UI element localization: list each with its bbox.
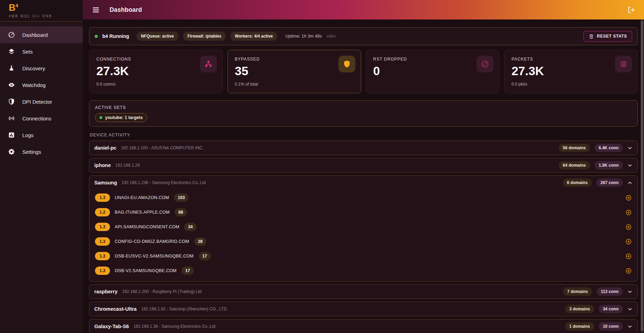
- eye-icon: [8, 81, 15, 88]
- domain-entry-row: 1.3OSB-EUSVC-V2.SAMSUNGQBE.COM17: [94, 249, 633, 263]
- page-title: Dashboard: [110, 6, 142, 14]
- domain-label: API.SAMSUNGCONSENT.COM: [115, 224, 180, 229]
- logout-icon[interactable]: [627, 6, 635, 14]
- domain-entry-row: 1.3OSB-V2.SAMSUNGQBE.COM17: [94, 263, 633, 278]
- device-info: 192.168.1.100 - ASUSTek COMPUTER INC.: [121, 145, 204, 150]
- main-area: Dashboard b4 Running NFQueue: activeFire…: [83, 0, 644, 333]
- active-sets-pills: youtube: 1 targets: [95, 110, 632, 122]
- trash-icon: [589, 34, 594, 39]
- sidebar-item-label: DPI Detector: [22, 99, 52, 105]
- logo-letter: B: [9, 2, 16, 13]
- stat-card-bypassed: BYPASSED350.1% of total: [228, 50, 361, 93]
- domain-label: OSB-EUSVC-V2.SAMSUNGQBE.COM: [115, 254, 194, 259]
- device-card: Samsung192.168.1.236 - Samsung Electroni…: [89, 175, 638, 282]
- device-name: daniel-pc: [94, 145, 117, 151]
- domain-conn-count-badge: 17: [199, 252, 211, 260]
- broadcast-icon: [8, 115, 15, 122]
- app-logo: B4: [9, 3, 83, 13]
- device-info: 192.168.1.236 - Samsung Electronics Co.,…: [121, 180, 206, 185]
- domain-conn-count-badge: 28: [194, 237, 206, 246]
- hamburger-menu-icon[interactable]: [92, 6, 100, 14]
- device-row[interactable]: Samsung192.168.1.236 - Samsung Electroni…: [89, 176, 637, 190]
- device-info: 192.168.1.200 - Raspberry Pi (Trading) L…: [122, 289, 201, 294]
- app-tagline: #MB MQL XI+ DNB: [9, 14, 83, 18]
- device-info: 192.168.1.92 - Salcomp (Shenzhen) CO., L…: [141, 307, 228, 311]
- add-to-set-icon[interactable]: [625, 224, 632, 230]
- reset-stats-button[interactable]: RESET STATS: [583, 31, 632, 42]
- active-set-dot: [100, 116, 102, 119]
- sidebar-item-label: Settings: [22, 149, 41, 155]
- chevron-down-icon[interactable]: [627, 163, 633, 168]
- sidebar-item-logs[interactable]: Logs: [0, 127, 83, 143]
- sidebar-item-label: Discovery: [22, 65, 45, 71]
- stat-cards-row: CONNECTIONS27.3K0.0 conn/sBYPASSED350.1%…: [89, 50, 638, 93]
- sidebar-item-discovery[interactable]: Discovery: [0, 60, 83, 77]
- stat-card-label: RST DROPPED: [373, 57, 492, 62]
- layers-icon: [8, 48, 15, 55]
- top-header: Dashboard: [83, 0, 644, 19]
- chevron-down-icon[interactable]: [627, 324, 633, 329]
- latency-badge: 1.2: [95, 208, 110, 216]
- device-row[interactable]: daniel-pc192.168.1.100 - ASUSTek COMPUTE…: [89, 141, 637, 155]
- device-card: Chromecast-Ultra192.168.1.92 - Salcomp (…: [89, 302, 638, 316]
- uptime-label: Uptime: 1h 3m 48s: [285, 34, 322, 39]
- stat-card-label: CONNECTIONS: [96, 57, 215, 62]
- domains-count-badge: 64 domains: [559, 161, 590, 169]
- connections-count-badge: 10 conn: [599, 322, 623, 331]
- flask-icon: [8, 65, 15, 72]
- device-row[interactable]: raspberry192.168.1.200 - Raspberry Pi (T…: [89, 285, 637, 299]
- stat-card-subtext: 0.1% of total: [235, 82, 354, 87]
- prohibit-icon: [477, 56, 493, 72]
- stat-card-subtext: 0.0 pkt/s: [511, 82, 630, 87]
- sidebar-item-sets[interactable]: Sets: [0, 43, 83, 60]
- chevron-down-icon[interactable]: [627, 289, 633, 294]
- device-card: daniel-pc192.168.1.100 - ASUSTek COMPUTE…: [89, 141, 638, 155]
- domains-count-badge: 1 domains: [565, 322, 594, 331]
- scrollbar-thumb[interactable]: [641, 21, 643, 331]
- domains-count-badge: 56 domains: [559, 144, 590, 152]
- chevron-down-icon[interactable]: [627, 145, 633, 151]
- device-card: iphone192.168.1.2964 domains1.5K conn: [89, 158, 638, 173]
- domain-label: UNAGI-EU.AMAZON.COM: [115, 195, 169, 200]
- domains-count-badge: 6 domains: [563, 179, 592, 187]
- device-name: Chromecast-Ultra: [94, 306, 137, 312]
- device-name: iphone: [94, 162, 111, 168]
- domain-label: BAG.ITUNES.APPLE.COM: [115, 210, 170, 215]
- add-to-set-icon[interactable]: [625, 268, 632, 274]
- latency-badge: 1.3: [95, 267, 110, 275]
- domain-entry-row: 1.3CONFIG-CD-DMGZ.BAMGRID.COM28: [94, 234, 633, 249]
- gear-icon: [8, 148, 15, 155]
- stat-card-rst-dropped: RST DROPPED0: [366, 50, 500, 93]
- sidebar-item-label: Logs: [22, 132, 34, 138]
- add-to-set-icon[interactable]: [625, 209, 632, 216]
- add-to-set-icon[interactable]: [625, 238, 632, 245]
- sidebar-item-watchdog[interactable]: Watchdog: [0, 77, 83, 93]
- device-row[interactable]: Galaxy-Tab-S6192.168.1.38 - Samsung Elec…: [89, 319, 637, 333]
- domain-entries: 1.3UNAGI-EU.AMAZON.COM1031.2BAG.ITUNES.A…: [89, 190, 637, 281]
- status-pill: Workers: 4/4 active: [230, 32, 277, 41]
- connections-count-badge: 1.5K conn: [595, 161, 623, 169]
- stat-card-value: 35: [235, 64, 354, 78]
- device-row[interactable]: iphone192.168.1.2964 domains1.5K conn: [89, 158, 637, 172]
- connections-count-badge: 113 conn: [597, 287, 623, 296]
- chevron-up-icon[interactable]: [627, 180, 633, 185]
- chevron-down-icon[interactable]: [627, 307, 633, 312]
- sidebar-item-dashboard[interactable]: Dashboard: [0, 26, 83, 43]
- status-bar: b4 Running NFQueue: activeFirewall: ipta…: [89, 27, 638, 45]
- device-info: 192.168.1.38 - Samsung Electronics Co.,L…: [134, 324, 215, 329]
- add-to-set-icon[interactable]: [625, 195, 632, 201]
- device-row[interactable]: Chromecast-Ultra192.168.1.92 - Salcomp (…: [89, 302, 637, 316]
- sidebar-item-settings[interactable]: Settings: [0, 143, 83, 160]
- device-card: Galaxy-Tab-S6192.168.1.38 - Samsung Elec…: [89, 319, 638, 333]
- device-list: daniel-pc192.168.1.100 - ASUSTek COMPUTE…: [89, 141, 638, 333]
- connections-count-badge: 34 conn: [599, 305, 623, 313]
- add-to-set-icon[interactable]: [625, 253, 632, 260]
- device-name: raspberry: [94, 289, 118, 294]
- stat-card-label: BYPASSED: [235, 57, 354, 62]
- reset-stats-label: RESET STATS: [597, 34, 627, 39]
- domain-label: OSB-V2.SAMSUNGQBE.COM: [115, 268, 177, 273]
- logo-block: B4 #MB MQL XI+ DNB: [0, 0, 83, 22]
- sidebar-item-dpi-detector[interactable]: DPI Detector: [0, 93, 83, 110]
- sidebar-item-label: Sets: [22, 49, 33, 55]
- sidebar-item-connections[interactable]: Connections: [0, 110, 83, 127]
